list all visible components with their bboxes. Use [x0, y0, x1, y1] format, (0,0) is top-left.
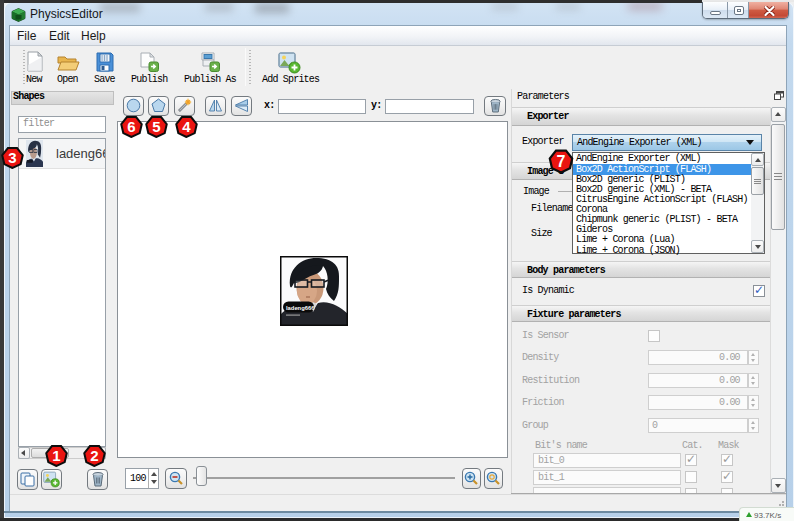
svg-text:7: 7	[557, 153, 566, 170]
svg-text:5: 5	[152, 118, 160, 135]
svg-text:1: 1	[52, 447, 60, 464]
svg-text:4: 4	[182, 118, 191, 135]
svg-text:6: 6	[127, 118, 135, 135]
svg-text:3: 3	[8, 149, 16, 166]
svg-text:ladeng666: ladeng666	[286, 305, 315, 311]
svg-text:2: 2	[90, 447, 98, 464]
